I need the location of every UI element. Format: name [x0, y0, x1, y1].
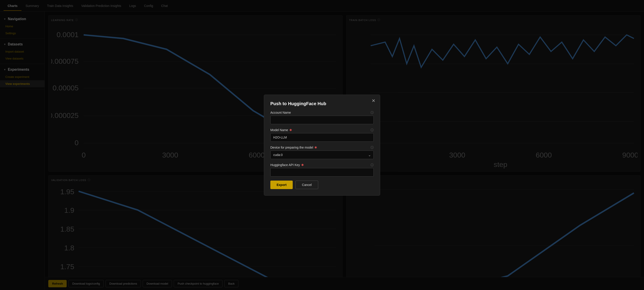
info-icon-account: ⓘ	[370, 111, 374, 115]
modal-close-button[interactable]: ✕	[372, 98, 376, 103]
info-icon-model: ⓘ	[370, 128, 374, 132]
form-group-api-key: Huggingface API Key ✱ ⓘ	[270, 163, 374, 177]
device-select[interactable]: cuda:0 cpu	[270, 151, 374, 159]
info-icon-api: ⓘ	[370, 163, 374, 167]
api-key-input[interactable]	[270, 168, 374, 177]
cancel-button[interactable]: Cancel	[296, 181, 318, 189]
modal-overlay[interactable]: ✕ Push to HuggingFace Hub Account Name ⓘ…	[0, 0, 644, 290]
model-name-input[interactable]	[270, 133, 374, 142]
form-label-model-name: Model Name ✱ ⓘ	[270, 128, 374, 132]
modal-actions: Export Cancel	[270, 181, 374, 189]
form-label-api-key: Huggingface API Key ✱ ⓘ	[270, 163, 374, 167]
account-name-input[interactable]	[270, 116, 374, 124]
info-icon-device: ⓘ	[370, 146, 374, 150]
modal-push-huggingface: ✕ Push to HuggingFace Hub Account Name ⓘ…	[264, 95, 380, 196]
form-group-device: Device for preparing the model ✱ ⓘ cuda:…	[270, 146, 374, 159]
export-button[interactable]: Export	[270, 181, 293, 189]
device-select-wrapper: cuda:0 cpu	[270, 151, 374, 159]
form-label-account-name: Account Name ⓘ	[270, 111, 374, 114]
form-label-device: Device for preparing the model ✱ ⓘ	[270, 146, 374, 149]
modal-title: Push to HuggingFace Hub	[270, 101, 374, 106]
form-group-model-name: Model Name ✱ ⓘ	[270, 128, 374, 142]
form-group-account-name: Account Name ⓘ	[270, 111, 374, 124]
